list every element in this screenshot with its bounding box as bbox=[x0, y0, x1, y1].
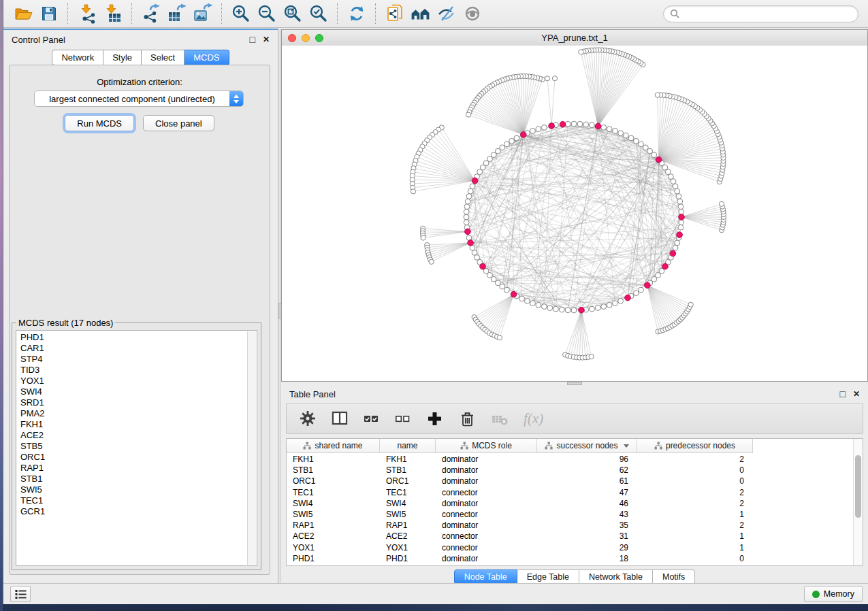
result-item[interactable]: TEC1 bbox=[20, 495, 257, 506]
result-item[interactable]: SWI5 bbox=[20, 484, 257, 495]
tab-edge-table[interactable]: Edge Table bbox=[517, 569, 579, 584]
show-panels-button[interactable] bbox=[460, 1, 485, 26]
table-settings-button[interactable] bbox=[299, 410, 317, 427]
result-item[interactable]: CAR1 bbox=[20, 343, 257, 354]
table-row[interactable]: FKH1FKH1dominator962 bbox=[287, 454, 854, 465]
zoom-in-button[interactable] bbox=[229, 1, 253, 26]
network-svg[interactable] bbox=[282, 46, 867, 381]
table-row[interactable]: ACE2ACE2connector311 bbox=[287, 531, 854, 542]
tab-motifs[interactable]: Motifs bbox=[653, 569, 695, 584]
maximize-window-icon[interactable] bbox=[315, 34, 323, 42]
import-network-button[interactable] bbox=[75, 1, 99, 26]
cell-mcds_role: dominator bbox=[436, 521, 537, 530]
cell-successor_nodes: 62 bbox=[537, 465, 637, 475]
zoom-selected-button[interactable] bbox=[306, 1, 331, 26]
function-builder-button[interactable]: f(x) bbox=[524, 410, 543, 427]
application-window: Control Panel NetworkStyleSelectMCDS Opt… bbox=[3, 0, 868, 604]
float-panel-icon[interactable] bbox=[839, 389, 845, 399]
result-item[interactable]: STP4 bbox=[20, 354, 257, 365]
select-all-button[interactable] bbox=[363, 410, 380, 427]
table-row[interactable]: SWI4SWI4dominator462 bbox=[287, 498, 854, 509]
result-item[interactable]: ACE2 bbox=[20, 430, 257, 441]
cell-predecessor_nodes: 1 bbox=[637, 510, 753, 519]
close-panel-button[interactable]: Close panel bbox=[143, 115, 214, 131]
table-row[interactable]: STB1STB1dominator620 bbox=[287, 465, 854, 476]
split-view-button[interactable] bbox=[331, 410, 349, 427]
result-item[interactable]: PHD1 bbox=[20, 332, 257, 343]
cell-name: ORC1 bbox=[380, 476, 436, 486]
column-header-predecessor-nodes[interactable]: predecessor nodes bbox=[637, 439, 753, 453]
tab-network[interactable]: Network bbox=[52, 50, 103, 65]
result-item[interactable]: TID3 bbox=[20, 365, 257, 376]
tab-select[interactable]: Select bbox=[142, 50, 184, 65]
hide-panels-button[interactable] bbox=[434, 1, 459, 26]
table-row[interactable]: SWI5SWI5connector431 bbox=[287, 509, 854, 520]
memory-button[interactable]: Memory bbox=[804, 586, 863, 602]
column-header-mcds-role[interactable]: MCDS role bbox=[436, 439, 537, 453]
open-session-button[interactable] bbox=[11, 1, 35, 26]
eye-icon bbox=[462, 3, 483, 24]
delete-table-button[interactable] bbox=[491, 410, 509, 428]
add-column-button[interactable] bbox=[425, 410, 444, 428]
search-box[interactable] bbox=[663, 5, 858, 22]
tab-mcds[interactable]: MCDS bbox=[184, 50, 229, 65]
clone-network-icon bbox=[385, 3, 405, 24]
zoom-out-button[interactable] bbox=[255, 1, 279, 26]
result-item[interactable]: FKH1 bbox=[20, 419, 257, 430]
import-table-button[interactable] bbox=[101, 1, 125, 26]
column-type-icon bbox=[460, 442, 468, 450]
result-item[interactable]: YOX1 bbox=[20, 376, 257, 386]
toolbar-separator bbox=[131, 3, 133, 24]
refresh-view-button[interactable] bbox=[344, 1, 369, 26]
table-row[interactable]: YOX1YOX1connector291 bbox=[287, 542, 854, 553]
delete-column-button[interactable] bbox=[458, 410, 477, 428]
network-canvas[interactable] bbox=[282, 46, 867, 381]
table-row[interactable]: ORC1ORC1dominator610 bbox=[287, 476, 854, 486]
deselect-all-button[interactable] bbox=[394, 410, 411, 427]
result-item[interactable]: STB1 bbox=[20, 474, 257, 484]
result-scrollbar[interactable] bbox=[247, 331, 256, 565]
run-mcds-button[interactable]: Run MCDS bbox=[65, 115, 134, 131]
result-item[interactable]: ORC1 bbox=[20, 452, 257, 463]
cell-shared_name: SWI4 bbox=[287, 499, 380, 508]
result-item[interactable]: SRD1 bbox=[20, 397, 257, 408]
tab-style[interactable]: Style bbox=[103, 50, 142, 65]
column-header-successor-nodes[interactable]: successor nodes bbox=[537, 439, 637, 453]
scrollbar-thumb[interactable] bbox=[855, 455, 861, 518]
column-type-icon bbox=[545, 442, 553, 450]
zoom-fit-button[interactable] bbox=[280, 1, 305, 26]
export-image-icon bbox=[193, 3, 213, 24]
export-network-button[interactable] bbox=[139, 1, 163, 26]
cell-predecessor_nodes: 2 bbox=[637, 488, 753, 497]
result-item[interactable]: GCR1 bbox=[20, 506, 257, 517]
minimize-window-icon[interactable] bbox=[302, 34, 310, 42]
result-item[interactable]: PMA2 bbox=[20, 408, 257, 419]
close-window-icon[interactable] bbox=[288, 34, 296, 42]
table-scrollbar[interactable] bbox=[853, 439, 863, 565]
table-row[interactable]: RAP1RAP1dominator352 bbox=[287, 520, 854, 531]
export-image-button[interactable] bbox=[191, 1, 215, 26]
table-row[interactable]: TEC1TEC1connector472 bbox=[287, 487, 854, 498]
cell-successor_nodes: 47 bbox=[537, 488, 637, 497]
network-window-title: YPA_prune.txt_1 bbox=[282, 33, 867, 43]
right-area: YPA_prune.txt_1 Table Panel bbox=[281, 29, 868, 584]
cell-shared_name: ACE2 bbox=[287, 531, 380, 541]
tab-network-table[interactable]: Network Table bbox=[579, 569, 653, 584]
export-table-button[interactable] bbox=[165, 1, 189, 26]
network-overview-button[interactable] bbox=[408, 1, 433, 26]
result-item[interactable]: RAP1 bbox=[20, 463, 257, 474]
criterion-dropdown[interactable]: largest connected component (undirected) bbox=[34, 90, 244, 107]
clone-network-button[interactable] bbox=[383, 1, 407, 26]
tab-node-table[interactable]: Node Table bbox=[454, 569, 517, 584]
search-input[interactable] bbox=[683, 7, 852, 21]
close-panel-icon[interactable] bbox=[853, 389, 860, 399]
column-header-name[interactable]: name bbox=[380, 439, 436, 453]
close-panel-icon[interactable] bbox=[263, 35, 270, 44]
result-item[interactable]: STB5 bbox=[20, 441, 257, 452]
save-session-button[interactable] bbox=[37, 1, 61, 26]
column-header-shared-name[interactable]: shared name bbox=[287, 439, 380, 453]
task-history-button[interactable] bbox=[10, 586, 31, 602]
result-item[interactable]: SWI4 bbox=[20, 386, 257, 397]
float-panel-icon[interactable] bbox=[249, 34, 255, 45]
table-row[interactable]: PHD1PHD1dominator180 bbox=[287, 553, 854, 564]
